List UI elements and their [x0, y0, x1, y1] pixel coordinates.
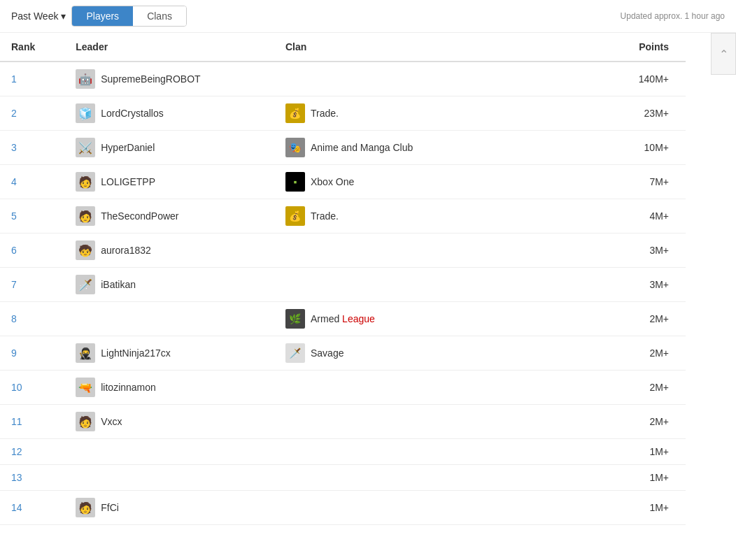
points-cell: 2M+: [581, 336, 686, 371]
rank-cell: 7: [0, 268, 64, 302]
avatar: 🧑: [76, 498, 95, 517]
top-left: Past Week ▾ Players Clans: [11, 6, 187, 27]
clan-cell: [274, 439, 581, 465]
clan-cell: [274, 405, 581, 439]
table-row: 1🤖SupremeBeingROBOT140M+: [0, 62, 686, 96]
leader-name: LOLIGETPP: [101, 176, 155, 187]
clan-icon: ▪: [285, 172, 305, 192]
table-row: 9🥷LightNinja217cx🗡️Savage2M+: [0, 336, 686, 371]
table-row: 5🧑TheSecondPower💰Trade.4M+: [0, 199, 686, 234]
leader-cell: 🧑TheSecondPower: [64, 199, 274, 234]
points-cell: 4M+: [581, 199, 686, 234]
leader-cell: [64, 439, 274, 465]
scroll-top-button[interactable]: ⌃: [711, 33, 736, 75]
leader-cell: [64, 465, 274, 491]
rank-cell: 12: [0, 439, 64, 465]
avatar: 🧑: [76, 412, 95, 431]
col-rank: Rank: [0, 33, 64, 62]
rank-cell: 1: [0, 62, 64, 96]
chevron-down-icon: ▾: [61, 10, 66, 22]
clan-cell: [274, 491, 581, 525]
clan-cell: [274, 465, 581, 491]
clan-cell: [274, 234, 581, 268]
table-row: 2🧊LordCrystallos💰Trade.23M+: [0, 96, 686, 131]
points-cell: 2M+: [581, 302, 686, 336]
table-row: 11🧑Vxcx2M+: [0, 405, 686, 439]
points-cell: 3M+: [581, 234, 686, 268]
col-leader: Leader: [64, 33, 274, 62]
leader-name: SupremeBeingROBOT: [101, 73, 200, 85]
leader-name: HyperDaniel: [101, 142, 155, 153]
leader-cell: 🧑Vxcx: [64, 405, 274, 439]
clan-icon: 🌿: [285, 309, 305, 329]
clan-icon: 💰: [285, 206, 305, 226]
points-cell: 1M+: [581, 439, 686, 465]
tab-players[interactable]: Players: [72, 6, 133, 26]
clan-icon: 🎭: [285, 138, 305, 157]
table-row: 8🌿Armed League2M+: [0, 302, 686, 336]
avatar: 🗡️: [76, 275, 95, 294]
rank-cell: 6: [0, 234, 64, 268]
leader-cell: 🧊LordCrystallos: [64, 96, 274, 131]
table-row: 6🧒aurora18323M+: [0, 234, 686, 268]
rank-cell: 9: [0, 336, 64, 371]
clan-cell: ▪Xbox One: [274, 165, 581, 199]
col-clan: Clan: [274, 33, 581, 62]
clan-icon: 🗡️: [285, 343, 305, 363]
avatar: 🤖: [76, 69, 95, 89]
rank-cell: 11: [0, 405, 64, 439]
clan-icon: 💰: [285, 103, 305, 123]
rank-cell: 4: [0, 165, 64, 199]
tab-clans[interactable]: Clans: [133, 6, 186, 26]
rank-cell: 14: [0, 491, 64, 525]
avatar: 🧊: [76, 103, 95, 123]
clan-cell: 🌿Armed League: [274, 302, 581, 336]
clan-cell: 💰Trade.: [274, 199, 581, 234]
points-cell: 1M+: [581, 465, 686, 491]
leader-cell: 🔫litozinnamon: [64, 371, 274, 405]
leader-name: FfCi: [101, 502, 119, 513]
avatar: ⚔️: [76, 138, 95, 157]
leader-cell: 🧑FfCi: [64, 491, 274, 525]
rank-cell: 5: [0, 199, 64, 234]
leader-name: Vxcx: [101, 416, 122, 427]
clan-name: Armed League: [311, 313, 375, 324]
table-row: 7🗡️iBatikan3M+: [0, 268, 686, 302]
leader-cell: 🤖SupremeBeingROBOT: [64, 62, 274, 96]
table-row: 121M+: [0, 439, 686, 465]
avatar: 🧑: [76, 206, 95, 226]
col-points: Points: [581, 33, 686, 62]
points-cell: 2M+: [581, 371, 686, 405]
table-row: 14🧑FfCi1M+: [0, 491, 686, 525]
points-cell: 7M+: [581, 165, 686, 199]
clan-name: Trade.: [311, 108, 339, 119]
period-label: Past Week: [11, 10, 58, 22]
leader-name: litozinnamon: [101, 382, 156, 393]
clan-name: Trade.: [311, 210, 339, 222]
leader-name: LordCrystallos: [101, 108, 163, 119]
table-row: 10🔫litozinnamon2M+: [0, 371, 686, 405]
leader-name: aurora1832: [101, 245, 151, 256]
points-cell: 23M+: [581, 96, 686, 131]
clan-name: Xbox One: [311, 176, 354, 187]
leader-name: LightNinja217cx: [101, 347, 171, 359]
leader-cell: 🧒aurora1832: [64, 234, 274, 268]
clan-cell: [274, 371, 581, 405]
period-selector[interactable]: Past Week ▾: [11, 10, 66, 22]
leader-name: TheSecondPower: [101, 210, 178, 222]
table-row: 131M+: [0, 465, 686, 491]
rank-cell: 3: [0, 131, 64, 165]
avatar: 🧒: [76, 240, 95, 260]
leader-name: iBatikan: [101, 279, 136, 290]
clan-cell: [274, 268, 581, 302]
points-cell: 2M+: [581, 405, 686, 439]
table-row: 3⚔️HyperDaniel🎭Anime and Manga Club10M+: [0, 131, 686, 165]
clan-cell: 🗡️Savage: [274, 336, 581, 371]
avatar: 🔫: [76, 378, 95, 397]
clan-name: Anime and Manga Club: [311, 142, 413, 153]
points-cell: 10M+: [581, 131, 686, 165]
avatar: 🥷: [76, 343, 95, 363]
leader-cell: [64, 302, 274, 336]
avatar: 🧑: [76, 172, 95, 192]
points-cell: 140M+: [581, 62, 686, 96]
